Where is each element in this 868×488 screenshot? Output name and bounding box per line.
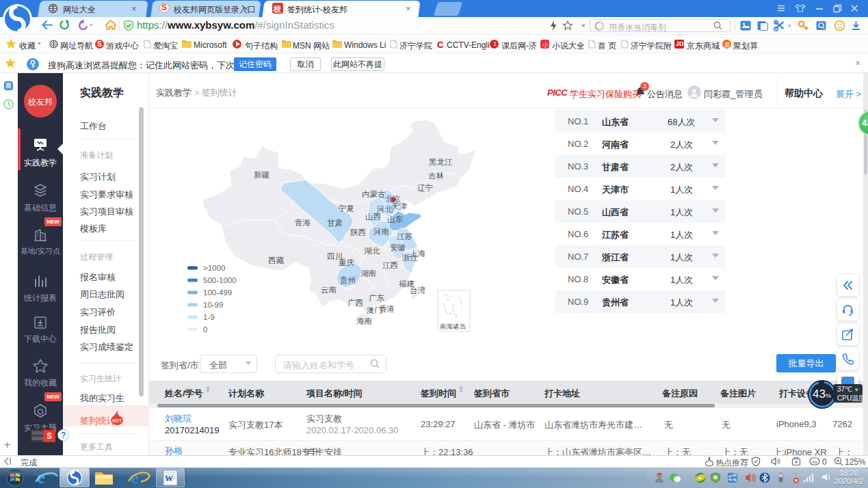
- svg-text:重庆: 重庆: [339, 258, 355, 267]
- svg-text:安徽: 安徽: [390, 243, 406, 252]
- svg-text:AD: AD: [812, 460, 818, 464]
- svg-text:内蒙古: 内蒙古: [362, 190, 386, 198]
- svg-text:青海: 青海: [294, 219, 311, 227]
- svg-text:黑龙江: 黑龙江: [429, 158, 453, 166]
- svg-text:山西: 山西: [365, 213, 381, 221]
- svg-text:0: 0: [203, 325, 207, 334]
- svg-text:1-9: 1-9: [203, 313, 215, 321]
- svg-text:湖南: 湖南: [360, 269, 376, 277]
- svg-text:新疆: 新疆: [254, 171, 270, 179]
- svg-text:甘肃: 甘肃: [327, 219, 343, 227]
- svg-text:500-1000: 500-1000: [203, 276, 237, 284]
- svg-text:W: W: [165, 474, 173, 483]
- svg-text:10-99: 10-99: [203, 301, 223, 309]
- svg-text:河南: 河南: [373, 228, 389, 236]
- svg-text:辽宁: 辽宁: [417, 184, 433, 192]
- svg-text:贵州: 贵州: [340, 276, 356, 285]
- svg-text:+: +: [698, 475, 702, 481]
- svg-text:广东: 广东: [369, 294, 385, 302]
- svg-text:宁夏: 宁夏: [339, 204, 354, 213]
- svg-text:天津: 天津: [391, 202, 408, 211]
- svg-text:台湾: 台湾: [410, 286, 426, 295]
- svg-text:西藏: 西藏: [268, 256, 285, 265]
- svg-text:湖北: 湖北: [364, 247, 380, 255]
- svg-text:浙江: 浙江: [402, 254, 419, 262]
- svg-text:江苏: 江苏: [397, 232, 413, 241]
- svg-text:江西: 江西: [382, 261, 398, 269]
- svg-text:广西: 广西: [347, 299, 363, 307]
- svg-text:南海诸岛: 南海诸岛: [440, 323, 466, 330]
- svg-text:吉林: 吉林: [428, 172, 445, 180]
- svg-text:HOT: HOT: [112, 418, 122, 423]
- svg-text:山东: 山东: [387, 215, 404, 223]
- svg-text:100-499: 100-499: [203, 288, 232, 297]
- svg-text:云南: 云南: [321, 286, 337, 294]
- svg-text:香港: 香港: [379, 305, 395, 313]
- svg-text:海南: 海南: [356, 317, 372, 325]
- svg-text:陕西: 陕西: [350, 228, 366, 236]
- svg-text:>1000: >1000: [203, 264, 225, 272]
